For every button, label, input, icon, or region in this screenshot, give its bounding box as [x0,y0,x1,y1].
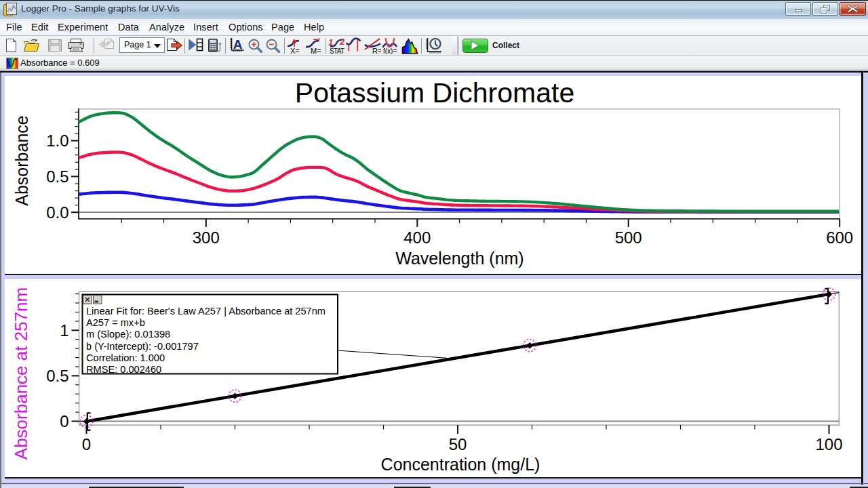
svg-text:RMSE: 0.002460: RMSE: 0.002460 [86,364,161,375]
svg-text:600: 600 [826,228,853,247]
svg-text:0.0: 0.0 [46,203,68,222]
svg-text:50: 50 [449,435,467,453]
svg-text:Wavelength (nm): Wavelength (nm) [395,249,524,268]
svg-text:1.0: 1.0 [46,131,68,150]
svg-text:Correlation: 1.000: Correlation: 1.000 [86,352,165,363]
svg-text:0: 0 [60,412,68,430]
svg-text:1: 1 [60,321,68,340]
svg-text:Absorbance at 257nm: Absorbance at 257nm [11,287,31,460]
svg-text:Linear Fit for: Beer's Law A25: Linear Fit for: Beer's Law A257 | Absorb… [86,306,326,317]
svg-text:0: 0 [82,435,91,453]
svg-text:Potassium Dichromate: Potassium Dichromate [295,77,574,108]
svg-text:Concentration (mg/L): Concentration (mg/L) [381,455,540,474]
svg-text:A257 = mx+b: A257 = mx+b [86,317,145,328]
svg-text:b (Y-Intercept): -0.001797: b (Y-Intercept): -0.001797 [86,341,199,352]
svg-text:Absorbance: Absorbance [12,115,31,205]
svg-text:400: 400 [403,228,431,247]
svg-text:500: 500 [615,228,642,247]
svg-text:m (Slope): 0.01398: m (Slope): 0.01398 [86,329,170,340]
svg-text:300: 300 [193,228,220,247]
svg-text:100: 100 [815,435,842,453]
svg-text:0.5: 0.5 [46,167,68,186]
svg-text:0.5: 0.5 [46,367,68,385]
